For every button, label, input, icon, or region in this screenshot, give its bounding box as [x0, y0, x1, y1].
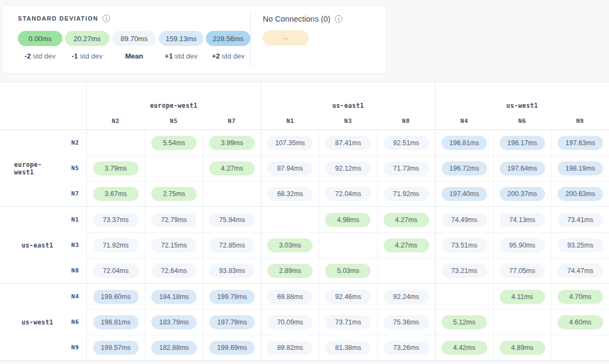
- latency-pill[interactable]: 87.41ms: [325, 136, 371, 150]
- latency-pill[interactable]: 87.94ms: [267, 161, 313, 176]
- latency-pill[interactable]: 4.89ms: [500, 341, 545, 355]
- latency-pill[interactable]: 197.63ms: [558, 136, 603, 150]
- latency-pill[interactable]: 72.64ms: [151, 264, 197, 278]
- latency-pill[interactable]: 184.18ms: [151, 290, 197, 304]
- latency-pill[interactable]: 5.12ms: [442, 315, 487, 329]
- latency-pill[interactable]: 197.64ms: [500, 161, 545, 176]
- latency-pill[interactable]: 72.15ms: [151, 238, 197, 252]
- latency-pill[interactable]: 73.71ms: [325, 315, 371, 329]
- latency-pill[interactable]: 92.12ms: [325, 161, 371, 176]
- latency-pill[interactable]: 4.27ms: [384, 213, 429, 227]
- latency-pill[interactable]: 75.94ms: [209, 213, 255, 227]
- latency-pill[interactable]: 5.54ms: [151, 136, 197, 150]
- latency-cell: 107.35ms: [261, 130, 319, 155]
- latency-pill[interactable]: 199.69ms: [209, 341, 255, 355]
- latency-pill[interactable]: 71.92ms: [93, 238, 139, 252]
- latency-pill[interactable]: 81.38ms: [325, 341, 371, 355]
- latency-pill[interactable]: 73.41ms: [558, 213, 603, 227]
- region-column-group: us-west1N4N6N9: [435, 82, 609, 129]
- latency-pill[interactable]: 4.60ms: [558, 315, 603, 329]
- column-node-label: N5: [145, 118, 203, 125]
- latency-pill[interactable]: 196.17ms: [500, 136, 545, 150]
- latency-pill[interactable]: 4.11ms: [500, 290, 545, 304]
- column-node-label: N4: [436, 118, 494, 125]
- latency-cell: 75.36ms: [377, 309, 435, 335]
- std-dev-info-icon[interactable]: i: [102, 15, 110, 22]
- latency-pill[interactable]: 72.79ms: [151, 213, 197, 227]
- latency-cell: 68.32ms: [261, 181, 319, 206]
- latency-pill[interactable]: 92.51ms: [384, 136, 429, 150]
- latency-pill[interactable]: 3.67ms: [93, 187, 139, 201]
- latency-pill[interactable]: 73.51ms: [442, 238, 487, 252]
- latency-pill[interactable]: 4.98ms: [325, 213, 371, 227]
- latency-pill[interactable]: 77.05ms: [500, 264, 545, 278]
- latency-cell: 87.94ms: [261, 155, 319, 181]
- latency-pill[interactable]: 4.27ms: [384, 238, 429, 252]
- latency-pill[interactable]: 182.88ms: [151, 341, 197, 355]
- latency-pill[interactable]: 74.13ms: [500, 213, 545, 227]
- latency-pill[interactable]: 3.79ms: [93, 161, 139, 176]
- column-nodes-row: N4N6N9: [436, 118, 609, 125]
- column-node-label: N9: [551, 118, 609, 125]
- self-cell: [551, 335, 609, 360]
- region-row-group: us-west1N4199.60ms184.18ms199.79ms69.88m…: [0, 283, 609, 360]
- latency-pill[interactable]: 4.27ms: [209, 161, 255, 176]
- latency-pill[interactable]: 74.47ms: [558, 264, 603, 278]
- latency-pill[interactable]: 72.04ms: [93, 264, 139, 278]
- latency-pill[interactable]: 92.46ms: [325, 290, 371, 304]
- latency-pill[interactable]: 73.21ms: [442, 264, 487, 278]
- latency-pill[interactable]: 72.85ms: [209, 238, 255, 252]
- latency-pill[interactable]: 196.72ms: [442, 161, 487, 176]
- latency-pill[interactable]: 71.73ms: [384, 161, 429, 176]
- self-cell: [145, 155, 203, 181]
- latency-pill[interactable]: 70.09ms: [267, 315, 313, 329]
- latency-pill[interactable]: 197.79ms: [209, 315, 255, 329]
- self-cell: [261, 207, 319, 232]
- latency-cell: 93.83ms: [203, 258, 261, 283]
- latency-pill[interactable]: 183.79ms: [151, 315, 197, 329]
- latency-cell: 71.92ms: [377, 181, 435, 206]
- no-connections-info-icon[interactable]: i: [335, 15, 342, 23]
- latency-pill[interactable]: 197.40ms: [442, 187, 487, 201]
- latency-pill[interactable]: 75.36ms: [384, 315, 429, 329]
- latency-pill[interactable]: 199.60ms: [93, 290, 139, 304]
- latency-pill[interactable]: 196.81ms: [442, 136, 487, 150]
- latency-pill[interactable]: 89.82ms: [267, 341, 313, 355]
- latency-pill[interactable]: 73.26ms: [384, 341, 429, 355]
- latency-pill[interactable]: 107.35ms: [267, 136, 313, 150]
- latency-pill[interactable]: 200.63ms: [558, 187, 603, 201]
- latency-pill[interactable]: 2.75ms: [151, 187, 197, 201]
- no-connections-title: No Connections (0): [263, 15, 331, 23]
- region-column-group: europe-west1N2N5N7: [87, 82, 261, 129]
- column-node-label: N2: [87, 118, 145, 125]
- latency-cell: 73.37ms: [87, 207, 145, 232]
- latency-pill[interactable]: 199.79ms: [209, 290, 255, 304]
- latency-pill[interactable]: 3.99ms: [209, 136, 255, 150]
- latency-pill[interactable]: 3.03ms: [267, 238, 313, 252]
- latency-pill[interactable]: 196.81ms: [93, 315, 139, 329]
- latency-cell: 196.81ms: [435, 130, 493, 155]
- latency-pill[interactable]: 200.37ms: [500, 187, 545, 201]
- latency-cell: 69.88ms: [261, 284, 319, 309]
- matrix-body: europe-west1N25.54ms3.99ms107.35ms87.41m…: [0, 130, 609, 360]
- latency-pill[interactable]: 2.89ms: [267, 264, 313, 278]
- latency-pill[interactable]: 93.25ms: [558, 238, 603, 252]
- latency-pill[interactable]: 95.90ms: [500, 238, 545, 252]
- latency-pill[interactable]: 92.24ms: [384, 290, 429, 304]
- latency-cell: 72.15ms: [145, 232, 203, 258]
- latency-cell: 74.13ms: [493, 207, 551, 232]
- latency-pill[interactable]: 74.49ms: [442, 213, 487, 227]
- latency-pill[interactable]: 199.57ms: [93, 341, 139, 355]
- latency-pill[interactable]: 73.37ms: [93, 213, 139, 227]
- latency-pill[interactable]: 68.32ms: [267, 187, 313, 201]
- latency-pill[interactable]: 5.03ms: [325, 264, 371, 278]
- latency-cell: 199.60ms: [87, 284, 145, 309]
- latency-pill[interactable]: 4.42ms: [442, 341, 487, 355]
- latency-pill[interactable]: 198.19ms: [558, 161, 603, 176]
- latency-pill[interactable]: 93.83ms: [209, 264, 255, 278]
- latency-pill[interactable]: 72.04ms: [325, 187, 371, 201]
- latency-pill[interactable]: 69.88ms: [267, 290, 313, 304]
- latency-cell: 2.89ms: [261, 258, 319, 283]
- latency-pill[interactable]: 4.70ms: [558, 290, 603, 304]
- latency-pill[interactable]: 71.92ms: [384, 187, 429, 201]
